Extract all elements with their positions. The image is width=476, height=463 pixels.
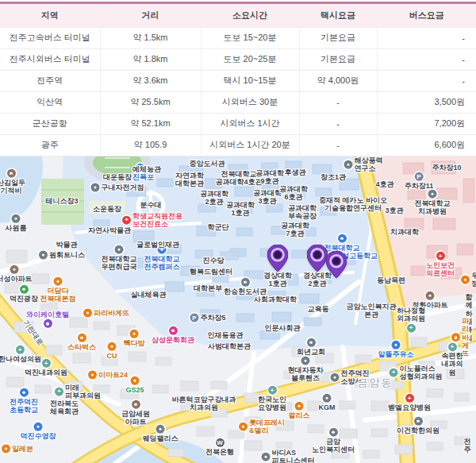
gray-poi-icon <box>301 357 310 365</box>
map-label[interactable]: 희년교회 <box>297 338 325 356</box>
map-label[interactable]: +이노플러스 성형외과의원 <box>390 365 443 381</box>
map-label[interactable]: 전북대학교 전주캠퍼스 <box>144 245 180 272</box>
map-label[interactable]: 현대자동차 블루핸즈 <box>288 357 324 383</box>
map-label[interactable]: 산김일두 기적비 <box>0 169 25 195</box>
map-label[interactable]: 팔리스 <box>289 402 310 419</box>
map-label[interactable]: 창조1관 <box>321 173 346 181</box>
map-label[interactable]: 금암동 <box>358 377 393 389</box>
map-label[interactable]: 이마트24 <box>88 371 128 380</box>
map-label[interactable]: 인문사회관 <box>265 324 301 332</box>
map-label[interactable]: 바디AS 피트니스센터 <box>262 449 315 463</box>
table-row: 익산역약 25.5km시외버스 30분-3,500원 <box>0 91 476 113</box>
map-label[interactable]: 테니스장3 <box>45 197 78 205</box>
map-label[interactable]: GS25 <box>125 376 144 394</box>
map-label[interactable]: 공과대학 7호관 <box>281 222 309 238</box>
map-label-text: 글로벌인재관 <box>136 241 179 249</box>
map-label[interactable]: P주차장5 <box>190 314 225 322</box>
map-label[interactable]: 롯데프레시 &델리 <box>239 419 285 435</box>
map-label[interactable]: 전주덕진 초등학교 <box>10 388 38 415</box>
map-label[interactable]: P주차장11 <box>405 172 434 190</box>
map-label[interactable]: 자연사박물관 <box>88 226 131 234</box>
map-label[interactable]: 서성아파트 <box>0 265 33 283</box>
map-label[interactable]: 알뜰주유소 <box>378 341 414 358</box>
map-label[interactable]: 후생관 <box>285 168 306 176</box>
map-label[interactable]: 금암 노인복지센터 <box>312 428 355 454</box>
map-label[interactable]: 인재등용관 <box>208 331 244 339</box>
map-label[interactable]: 전북대학교 우편취급국 <box>102 245 137 272</box>
map-label[interactable]: 박물관 <box>56 241 78 249</box>
map-label[interactable]: W전북은행 <box>205 438 234 456</box>
map-label[interactable]: 전주 <box>463 438 472 454</box>
map-label[interactable]: 진수당 <box>203 257 225 264</box>
map-label[interactable]: 공과대학 1호관 <box>226 201 255 218</box>
gray-poi-icon <box>331 373 340 382</box>
map-label[interactable]: 중재적 메카노 바이오 기술융합연구센터 <box>319 196 387 213</box>
map-label[interactable]: 4호관 <box>375 180 393 188</box>
map-label[interactable]: 교육동 <box>308 305 329 313</box>
map-label[interactable]: 더담다 전북대본점 <box>40 277 76 303</box>
column-header: 버스요금 <box>377 4 476 27</box>
page: 지역거리소요시간택시요금버스요금 전주고속버스 터미널약 1.5km도보 15~… <box>0 0 476 463</box>
map-label[interactable]: 경상대학 1호관 <box>263 272 292 288</box>
map-label[interactable]: +하나정형 외과의원 <box>397 307 425 333</box>
map-label[interactable]: +노인보건 의료센터 <box>426 252 455 278</box>
map-label[interactable]: +미래 피부과의원 <box>55 384 101 400</box>
map-label[interactable]: 한승헌도서관 <box>224 278 267 295</box>
map-label[interactable]: 소운동장 <box>93 205 121 213</box>
map-label[interactable]: 치과대학 <box>390 228 419 236</box>
map-pin[interactable] <box>326 251 347 278</box>
map-label[interactable]: 금암세원 아파트 <box>121 400 150 426</box>
map-label[interactable]: 중앙도서관 <box>190 160 225 168</box>
map-label[interactable]: 대운동장 <box>103 173 132 181</box>
map-label[interactable]: 공과대학 2호관 <box>200 190 228 206</box>
map-label[interactable]: CU <box>107 342 117 360</box>
map-label[interactable]: 스타벅스 <box>67 334 96 351</box>
map-label[interactable]: KGM <box>319 394 336 411</box>
map-label[interactable]: 실내체육관 <box>131 291 167 299</box>
purple-poi-icon <box>44 319 52 328</box>
map-label[interactable]: 공과대학 3호관 <box>253 189 282 206</box>
map-label[interactable]: 덕진수영장 <box>21 422 56 440</box>
map-pin[interactable] <box>267 245 288 272</box>
map-label[interactable]: 우정 <box>461 272 476 288</box>
map-label[interactable]: 빽다방 <box>124 330 145 347</box>
map-label[interactable]: 글로벌인재관 <box>136 241 179 249</box>
map-label[interactable]: 예체능관 <box>132 165 161 173</box>
map-label[interactable]: 공과대학 9호관 <box>255 169 284 186</box>
map-label[interactable]: 주차장10 <box>432 164 462 172</box>
map-label[interactable]: 동남목련 <box>377 276 405 284</box>
map-label[interactable]: 자연과학 대학본관 <box>175 172 204 188</box>
map-label-text: 우정 <box>471 272 476 288</box>
map-label[interactable]: 일레븐 <box>2 445 33 453</box>
campus-map[interactable]: 벽진폭포산김일두 기적비대운동장구내자전거점테니스장3소운동장분수대예체능관중앙… <box>0 156 476 463</box>
map-label[interactable]: 삼성문화회관 <box>152 326 194 344</box>
map-label[interactable]: 3호관 <box>385 206 403 214</box>
map-label[interactable]: 사원룸 <box>6 214 27 232</box>
map-label[interactable]: 해상풍력 연구소 <box>344 156 383 172</box>
map-label[interactable]: +벧엘요양병원 <box>388 394 431 411</box>
map-label[interactable]: 금암노인복지관 본관 <box>347 303 397 319</box>
map-label[interactable]: 학군단 <box>208 223 229 231</box>
map-label[interactable]: +덕진내과의원 <box>25 359 67 376</box>
map-label[interactable]: +학생교직원전용 보건진료소 <box>122 212 182 229</box>
map-label-text: 금암노인복지관 본관 <box>347 303 397 319</box>
map-label[interactable]: 행복드림센터 <box>190 268 232 276</box>
map-label[interactable]: 웨딩팰리스 <box>143 425 178 442</box>
map-label[interactable]: 사범대학본관 <box>208 342 251 350</box>
map-label[interactable]: +속편한 내과의원 <box>440 342 464 376</box>
map-label[interactable]: 파리바게뜨 <box>83 309 129 318</box>
map-label[interactable]: 바른턱코앞구강내과 치과의원 <box>172 395 236 412</box>
map-label[interactable]: 공과대학 부속공장 <box>288 204 317 221</box>
map-label[interactable]: 공과대학 6호관 <box>279 185 308 202</box>
map-label[interactable]: 전북대학교 치과병원 <box>415 190 451 216</box>
map-label[interactable]: +한국노인 요양병원 <box>258 386 286 412</box>
map-label[interactable]: 분수대 <box>140 201 162 209</box>
map-label[interactable]: 구내자전거점 <box>91 183 144 192</box>
map-label[interactable]: 덕진광장 <box>10 285 38 303</box>
map-label[interactable]: 대학본부 <box>194 284 222 292</box>
map-label[interactable]: 원휘트니스 <box>39 251 85 260</box>
map-label[interactable]: 사회과학대학 <box>254 295 297 303</box>
map-label[interactable]: 전라북도 체육회관 <box>50 399 79 416</box>
map-label[interactable]: 이건학한의원 <box>397 417 440 434</box>
map-pin[interactable] <box>307 245 328 272</box>
